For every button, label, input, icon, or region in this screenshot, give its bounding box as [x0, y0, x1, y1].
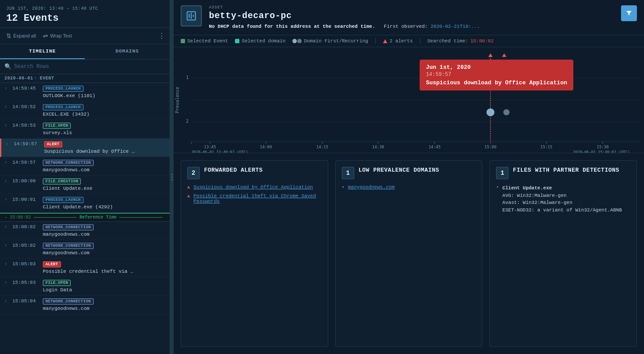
alert-triangle-icon-2: ▲ — [187, 193, 190, 199]
svg-text:15:30: 15:30 — [597, 145, 609, 149]
expand-row-icon: › — [4, 122, 11, 128]
alert-triangle-icon: ▲ — [187, 185, 190, 190]
event-count: 12 Events — [6, 13, 163, 24]
first-observed-link[interactable]: 2020-02-21T18:... — [431, 24, 480, 29]
svg-marker-33 — [502, 53, 506, 57]
event-column-header: EVENT — [40, 76, 165, 81]
table-row[interactable]: › 15:05:03 ALERT Possible credential the… — [0, 259, 170, 277]
svg-text:14:45: 14:45 — [428, 145, 440, 149]
filter-button[interactable] — [621, 5, 637, 21]
left-panel: JUN 1ST, 2020: 13:40 – 15:40 UTC 12 Even… — [0, 0, 170, 354]
expand-row-icon: › — [4, 104, 11, 109]
low-prevalence-title: LOW PREVALENCE DOMAINS — [359, 167, 439, 174]
event-badge: ALERT — [44, 141, 62, 147]
expand-row-icon: › — [4, 298, 11, 304]
svg-point-34 — [486, 108, 494, 116]
low-prevalence-count: 1 — [342, 167, 354, 179]
event-badge: NETWORK_CONNECTION — [43, 224, 94, 230]
column-headers: 2020-06-01 ↑ EVENT — [0, 74, 170, 83]
tooltip-date: Jun 1st, 2020 — [426, 64, 567, 71]
list-item: • Client Update.exe AVG: Win32:Malware-g… — [496, 185, 630, 214]
wrap-text-icon: ⇌ — [43, 32, 48, 39]
tooltip-time: 14:59:57 — [426, 72, 567, 78]
table-row[interactable]: › 14:59:57 NETWORK_CONNECTION manygoodne… — [0, 157, 170, 176]
svg-text:15:00: 15:00 — [485, 145, 496, 149]
svg-text:14:00: 14:00 — [260, 145, 272, 149]
alert-link-2[interactable]: Possible credential theft via Chrome Sav… — [193, 193, 322, 204]
events-list: › 14:59:45 PROCESS_LAUNCH OUTLOOK.exe (1… — [0, 83, 170, 354]
table-row[interactable]: › 15:00:01 PROCESS_LAUNCH Client Update.… — [0, 194, 170, 213]
selected-event-icon — [181, 39, 185, 43]
bullet-icon: • — [496, 185, 499, 190]
expand-row-icon: › — [4, 261, 11, 267]
event-badge: NETWORK_CONNECTION — [43, 298, 94, 305]
tooltip-event: Suspicious download by Office Applicatio… — [426, 79, 567, 86]
table-row[interactable]: › 15:05:02 NETWORK_CONNECTION manygoodne… — [0, 240, 170, 259]
expand-row-icon: › — [4, 178, 11, 184]
list-item: • manygoodnews.com — [342, 185, 476, 190]
resize-handle[interactable] — [170, 0, 174, 354]
search-input[interactable] — [14, 64, 165, 70]
svg-text:13:45: 13:45 — [204, 145, 216, 149]
table-row[interactable]: › 14:59:53 FILE_OPEN survey.xls — [0, 120, 170, 139]
search-icon: 🔍 — [4, 63, 11, 70]
table-row[interactable]: › 14:59:57 ALERT Suspicious download by … — [0, 139, 170, 157]
search-bar: 🔍 — [0, 60, 170, 74]
event-badge: PROCESS_LAUNCH — [43, 104, 83, 110]
alert-link-1[interactable]: Suspicious download by Office Applicatio… — [193, 185, 313, 190]
event-badge: FILE_CREATION — [43, 178, 81, 185]
reference-time-row: – 15:00:02 Reference Time — [0, 213, 170, 222]
svg-text:2020-06-01 15:40:02 (UTC): 2020-06-01 15:40:02 (UTC) — [573, 150, 630, 153]
svg-text:2: 2 — [186, 119, 189, 124]
expand-row-icon: › — [6, 141, 12, 147]
forwarded-alerts-title: FORWARDED ALERTS — [204, 167, 263, 174]
prevalence-chart: Prevalence 1 2 13:45 14:00 14:15 — [174, 47, 644, 153]
table-row[interactable]: › 15:00:00 FILE_CREATION Client Update.e… — [0, 176, 170, 194]
expand-row-icon: › — [4, 159, 11, 165]
tab-timeline[interactable]: TIMELINE — [0, 44, 85, 59]
asset-label: ASSET — [209, 5, 480, 10]
svg-text:1: 1 — [186, 75, 189, 80]
table-row[interactable]: › 15:05:04 NETWORK_CONNECTION manygoodne… — [0, 296, 170, 314]
more-options-button[interactable]: ⋮ — [158, 32, 165, 40]
chart-legend: Selected Event Selected domain Domain Fi… — [174, 35, 644, 47]
legend-selected-domain: Selected domain — [235, 38, 285, 44]
legend-selected-event: Selected Event — [181, 38, 228, 44]
expand-row-icon: › — [4, 85, 11, 91]
tabs-container: TIMELINE DOMAINS — [0, 44, 170, 60]
svg-text:2020-06-01 13:40:02 (UTC): 2020-06-01 13:40:02 (UTC) — [191, 150, 248, 153]
svg-text:14:30: 14:30 — [372, 145, 384, 149]
svg-marker-32 — [488, 53, 492, 57]
table-row[interactable]: › 14:59:45 PROCESS_LAUNCH OUTLOOK.exe (1… — [0, 83, 170, 102]
asset-name: betty-decaro-pc — [209, 11, 480, 21]
svg-text:Prevalence: Prevalence — [175, 87, 180, 113]
selected-domain-icon — [235, 39, 239, 43]
forwarded-alerts-panel: 2 FORWARDED ALERTS ▲ Suspicious download… — [181, 160, 328, 347]
legend-searched-time: Searched time: 15:00:02 — [428, 38, 494, 44]
table-row[interactable]: › 15:00:02 NETWORK_CONNECTION manygoodne… — [0, 222, 170, 240]
sort-arrow-icon[interactable]: ↑ — [34, 76, 38, 81]
event-badge: NETWORK_CONNECTION — [43, 160, 94, 166]
svg-text:15:15: 15:15 — [540, 145, 552, 149]
expand-all-button[interactable]: ⇅ Expand all — [4, 31, 38, 40]
domain-link[interactable]: manygoodnews.com — [348, 185, 395, 190]
table-row[interactable]: › 15:05:03 FILE_OPEN Login Data — [0, 277, 170, 296]
expand-row-icon: › — [4, 224, 11, 230]
expand-arrows-icon: ⇅ — [6, 32, 11, 39]
list-item: ▲ Suspicious download by Office Applicat… — [187, 185, 322, 190]
event-badge: FILE_OPEN — [43, 123, 71, 129]
left-header: JUN 1ST, 2020: 13:40 – 15:40 UTC 12 Even… — [0, 0, 170, 28]
domain-recurring-icon — [297, 39, 302, 43]
tab-domains[interactable]: DOMAINS — [85, 44, 170, 59]
bullet-icon: • — [342, 185, 345, 190]
wrap-text-button[interactable]: ⇌ Wrap Text — [41, 31, 73, 40]
expand-row-icon: › — [4, 279, 11, 285]
searched-time-value: 15:00:02 — [470, 38, 494, 44]
legend-alerts: 2 alerts — [383, 38, 413, 44]
toolbar: ⇅ Expand all ⇌ Wrap Text ⋮ — [0, 28, 170, 44]
table-row[interactable]: › 14:59:52 PROCESS_LAUNCH EXCEL.EXE (343… — [0, 102, 170, 120]
event-badge: NETWORK_CONNECTION — [43, 243, 94, 249]
expand-row-icon: › — [4, 196, 11, 202]
forwarded-alerts-count: 2 — [187, 167, 200, 179]
time-column-header: 2020-06-01 ↑ — [4, 76, 40, 81]
